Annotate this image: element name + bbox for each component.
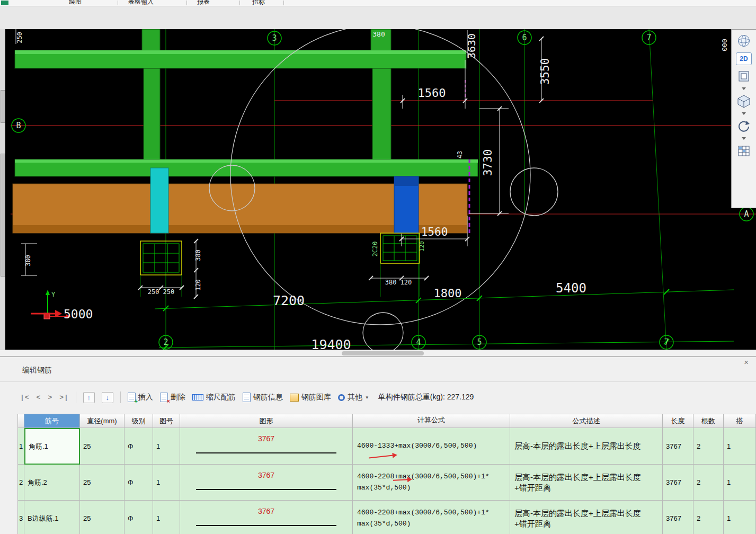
row-number[interactable]: 3 xyxy=(17,501,24,534)
view-2d-button[interactable]: 2D xyxy=(736,52,752,65)
shape-bar-line xyxy=(196,525,336,526)
axis-label-2[interactable]: 2 xyxy=(163,337,168,347)
dim-380-left: 380 xyxy=(24,255,32,266)
axis-label-7-bottom[interactable]: 7 xyxy=(664,337,669,347)
column[interactable] xyxy=(144,68,160,159)
display-settings-icon[interactable] xyxy=(736,144,751,158)
cell-shape[interactable]: 3767 xyxy=(180,501,353,534)
nav-prev-button[interactable]: < xyxy=(37,394,41,402)
application-window: 绘图 表格输入 报表 指标 xyxy=(0,0,756,534)
menu-tab-report[interactable]: 报表 xyxy=(197,0,210,6)
menu-tab-index[interactable]: 指标 xyxy=(252,0,265,6)
row-number[interactable]: 2 xyxy=(17,465,24,501)
header-count[interactable]: 根数 xyxy=(693,414,724,428)
table-row: 1 角筋.1 25 Φ 1 3767 4600-1333+max(3000/6,… xyxy=(17,428,756,465)
top-view-icon[interactable] xyxy=(736,69,751,84)
column-stub[interactable] xyxy=(142,29,160,51)
delete-button[interactable]: × 删除 xyxy=(160,393,185,402)
cell-lap[interactable]: 1 xyxy=(724,501,756,534)
dim-partial-000: 000 xyxy=(721,39,728,51)
cell-formula-desc[interactable]: 层高-本层的露出长度+上层露出长度+错开距离 xyxy=(510,465,663,501)
dim-1800: 1800 xyxy=(434,287,462,300)
insert-button[interactable]: + 插入 xyxy=(128,393,153,402)
cell-length[interactable]: 3767 xyxy=(663,501,693,534)
menu-tab-table-input[interactable]: 表格输入 xyxy=(128,0,154,6)
scale-rebar-button[interactable]: 缩尺配筋 xyxy=(192,393,236,402)
menu-tab-draw[interactable]: 绘图 xyxy=(69,0,82,6)
cell-bar-id[interactable]: 角筋.2 xyxy=(24,465,80,501)
cell-formula-desc[interactable]: 层高-本层的露出长度+上层露出长度 xyxy=(510,428,663,465)
header-length[interactable]: 长度 xyxy=(663,414,693,428)
rebar-info-button[interactable]: 钢筋信息 xyxy=(243,393,283,402)
cell-grade[interactable]: Φ xyxy=(124,501,153,534)
cell-diameter[interactable]: 25 xyxy=(80,428,124,465)
header-formula[interactable]: 计算公式 xyxy=(353,414,510,428)
move-down-button[interactable]: ↓ xyxy=(102,392,113,403)
dim-7200: 7200 xyxy=(273,293,305,308)
column[interactable] xyxy=(372,68,391,159)
total-weight-label: 单构件钢筋总重(kg): 227.129 xyxy=(378,393,474,402)
cell-diameter[interactable]: 25 xyxy=(80,465,124,501)
header-grade[interactable]: 级别 xyxy=(124,414,153,428)
header-formula-desc[interactable]: 公式描述 xyxy=(510,414,663,428)
axis-label-5[interactable]: 5 xyxy=(477,337,482,347)
header-bar-id[interactable]: 筋号 xyxy=(24,414,80,428)
cell-formula[interactable]: 4600-1333+max(3000/6,500,500) xyxy=(353,428,510,465)
cell-length[interactable]: 3767 xyxy=(663,465,693,501)
nav-first-button[interactable]: |< xyxy=(20,394,30,402)
dropdown-caret[interactable] xyxy=(742,112,746,115)
header-figure-no[interactable]: 图号 xyxy=(153,414,180,428)
cell-figure-no[interactable]: 1 xyxy=(153,465,180,501)
iso-view-icon[interactable] xyxy=(736,94,751,109)
table-row: 2 角筋.2 25 Φ 1 3767 4600-2208+max(3000/6,… xyxy=(17,465,756,501)
cell-count[interactable]: 2 xyxy=(693,428,724,465)
cell-grade[interactable]: Φ xyxy=(124,465,153,501)
dropdown-caret[interactable] xyxy=(742,87,746,90)
header-diameter[interactable]: 直径(mm) xyxy=(80,414,124,428)
cell-shape[interactable]: 3767 xyxy=(180,465,353,501)
dim-120-box2: 120 xyxy=(419,241,425,252)
horizontal-scrollbar[interactable] xyxy=(0,350,756,357)
row-number[interactable]: 1 xyxy=(17,428,24,465)
cell-count[interactable]: 2 xyxy=(693,501,724,534)
axis-label-4[interactable]: 4 xyxy=(416,337,421,347)
cell-formula-desc[interactable]: 层高-本层的露出长度+上层露出长度+错开距离 xyxy=(510,501,663,534)
edit-rebar-panel: × 编辑钢筋 |< < > >| ↑ ↓ + 插入 × 删除 缩尺配筋 xyxy=(0,357,756,534)
column-cyan-selected[interactable] xyxy=(150,168,168,233)
cell-figure-no[interactable]: 1 xyxy=(153,428,180,465)
cell-lap[interactable]: 1 xyxy=(724,428,756,465)
cell-formula[interactable]: 4600-2208+max(3000/6,500,500)+1* max(35*… xyxy=(353,501,510,534)
dropdown-caret[interactable] xyxy=(742,137,746,140)
axis-label-6[interactable]: 6 xyxy=(522,33,527,42)
cad-viewport[interactable]: Y 3 6 7 2 4 5 7 B A xyxy=(0,29,756,350)
cell-shape[interactable]: 3767 xyxy=(180,428,353,465)
cell-bar-id[interactable]: B边纵筋.1 xyxy=(24,501,80,534)
header-shape[interactable]: 图形 xyxy=(180,414,353,428)
cell-formula[interactable]: 4600-2208+max(3000/6,500,500)+1* max(35*… xyxy=(353,465,510,501)
nav-last-button[interactable]: >| xyxy=(59,394,69,402)
axis-label-B[interactable]: B xyxy=(16,121,21,130)
shape-bar-line xyxy=(196,452,336,453)
beam-mid-highlight xyxy=(15,159,478,163)
header-lap[interactable]: 搭 xyxy=(724,414,756,428)
cell-diameter[interactable]: 25 xyxy=(80,501,124,534)
axis-label-A[interactable]: A xyxy=(744,209,749,219)
cell-length[interactable]: 3767 xyxy=(663,428,693,465)
cell-figure-no[interactable]: 1 xyxy=(153,501,180,534)
other-dropdown-button[interactable]: 其他 ▼ xyxy=(338,393,369,402)
library-icon xyxy=(290,394,299,402)
orbit-view-icon[interactable] xyxy=(736,33,752,49)
nav-next-button[interactable]: > xyxy=(48,394,52,402)
move-up-button[interactable]: ↑ xyxy=(83,392,95,403)
axis-label-3[interactable]: 3 xyxy=(272,33,277,43)
scrollbar-handle[interactable] xyxy=(342,351,424,355)
cell-count[interactable]: 2 xyxy=(693,465,724,501)
cell-grade[interactable]: Φ xyxy=(124,428,153,465)
cell-lap[interactable]: 1 xyxy=(724,465,756,501)
rotate-view-icon[interactable] xyxy=(736,119,751,134)
close-icon[interactable]: × xyxy=(744,358,749,366)
axis-label-7-top[interactable]: 7 xyxy=(646,33,651,42)
rebar-library-button[interactable]: 钢筋图库 xyxy=(290,393,331,402)
cell-bar-id[interactable]: 角筋.1 xyxy=(24,428,80,465)
dim-2C20: 2C20 xyxy=(371,242,379,257)
